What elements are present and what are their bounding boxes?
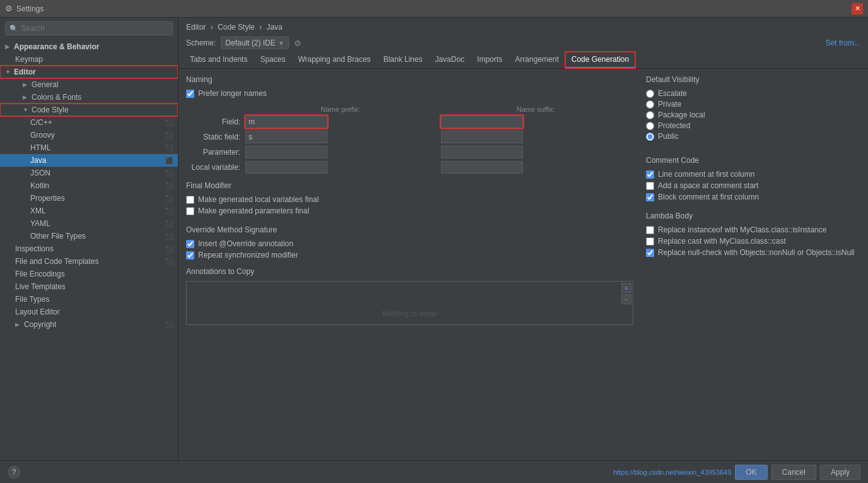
static-field-suffix-input[interactable] <box>441 131 523 143</box>
local-variable-suffix-input[interactable] <box>441 161 523 174</box>
insert-override-checkbox[interactable] <box>186 240 194 248</box>
static-field-prefix-input[interactable] <box>245 131 327 143</box>
naming-row-parameter: Parameter: <box>186 145 633 160</box>
arrow-icon: ▶ <box>15 321 21 328</box>
space-comment-start-checkbox[interactable] <box>646 182 654 190</box>
replace-null-check-row: Replace null-check with Objects::nonNull… <box>646 248 860 257</box>
search-box[interactable]: 🔍 <box>5 21 173 35</box>
copy-icon: ⬛ <box>165 170 173 177</box>
block-comment-first-checkbox[interactable] <box>646 193 654 201</box>
field-prefix-input[interactable] <box>245 116 327 128</box>
sidebar-item-html[interactable]: HTML ⬛ <box>0 141 178 154</box>
ok-button[interactable]: OK <box>735 465 767 480</box>
override-header: Override Method Signature <box>186 225 633 234</box>
sidebar-item-label: Inspections <box>15 244 54 253</box>
parameter-suffix-input[interactable] <box>441 146 523 158</box>
sidebar-item-json[interactable]: JSON ⬛ <box>0 167 178 179</box>
main-container: 🔍 ▶ Appearance & Behavior Keymap ▼ Edito… <box>0 18 868 460</box>
repeat-synchronized-checkbox[interactable] <box>186 251 194 259</box>
copy-icon: ⬛ <box>165 208 173 215</box>
sidebar-item-copyright[interactable]: ▶ Copyright ⬛ <box>0 318 178 331</box>
sidebar-item-yaml[interactable]: YAML ⬛ <box>0 217 178 230</box>
final-local-vars-checkbox[interactable] <box>186 196 194 204</box>
comment-code-section: Comment Code Line comment at first colum… <box>646 156 860 201</box>
sidebar-item-properties[interactable]: Properties ⬛ <box>0 192 178 205</box>
bottom-bar: ? https://blog.csdn.net/weixin_43953649 … <box>0 460 868 483</box>
sidebar-item-editor[interactable]: ▼ Editor <box>0 66 178 78</box>
gear-icon[interactable]: ⚙ <box>294 39 302 48</box>
help-button[interactable]: ? <box>8 466 20 479</box>
set-from-link[interactable]: Set from... <box>826 39 860 47</box>
replace-instanceof-checkbox[interactable] <box>646 226 654 234</box>
public-radio[interactable] <box>646 133 654 141</box>
escalate-radio[interactable] <box>646 90 654 98</box>
tab-wrapping-braces[interactable]: Wrapping and Braces <box>291 52 377 68</box>
sidebar-item-appearance-behavior[interactable]: ▶ Appearance & Behavior <box>0 40 178 53</box>
sidebar-item-general[interactable]: ▶ General <box>0 78 178 91</box>
sidebar-item-layout-editor[interactable]: Layout Editor <box>0 306 178 318</box>
scheme-select[interactable]: Default (2) IDE ▼ <box>221 37 288 49</box>
naming-header: Naming <box>186 75 633 84</box>
private-row: Private <box>646 100 860 109</box>
scheme-label: Scheme: <box>186 39 216 47</box>
package-local-radio[interactable] <box>646 111 654 119</box>
close-button[interactable]: ✕ <box>852 3 863 15</box>
name-prefix-header: Name prefix: <box>243 104 438 114</box>
sidebar-item-xml[interactable]: XML ⬛ <box>0 205 178 217</box>
sidebar-item-file-encodings[interactable]: File Encodings <box>0 268 178 280</box>
replace-null-check-checkbox[interactable] <box>646 249 654 257</box>
sidebar-item-other-file-types[interactable]: Other File Types ⬛ <box>0 230 178 242</box>
sidebar-item-code-style[interactable]: ▼ Code Style <box>0 104 178 116</box>
tab-tabs-indents[interactable]: Tabs and Indents <box>184 52 254 68</box>
sidebar-item-file-code-templates[interactable]: File and Code Templates ⬛ <box>0 255 178 268</box>
sidebar-item-live-templates[interactable]: Live Templates <box>0 280 178 293</box>
tab-code-generation[interactable]: Code Generation <box>565 52 635 68</box>
replace-cast-checkbox[interactable] <box>646 237 654 246</box>
sidebar-item-kotlin[interactable]: Kotlin ⬛ <box>0 179 178 192</box>
naming-row-field: Field: <box>186 114 633 129</box>
add-annotation-button[interactable]: + <box>621 283 631 293</box>
local-variable-label: Local variable: <box>186 160 243 175</box>
naming-section: Naming Prefer longer names Name prefix: … <box>186 75 633 175</box>
tab-spaces[interactable]: Spaces <box>254 52 291 68</box>
final-params-checkbox[interactable] <box>186 207 194 215</box>
naming-table: Name prefix: Name suffix: Field: <box>186 104 633 175</box>
breadcrumb-part-1: Editor <box>186 23 206 32</box>
tab-imports[interactable]: Imports <box>471 52 508 68</box>
breadcrumb-part-2: Code Style <box>218 23 255 32</box>
tab-arrangement[interactable]: Arrangement <box>508 52 565 68</box>
sidebar-item-java[interactable]: Java ⬛ <box>0 154 178 167</box>
line-comment-first-checkbox[interactable] <box>646 170 654 179</box>
parameter-prefix-input[interactable] <box>245 146 327 158</box>
sidebar-item-groovy[interactable]: Groovy ⬛ <box>0 129 178 141</box>
sidebar-item-inspections[interactable]: Inspections ⬛ <box>0 242 178 255</box>
copy-icon: ⬛ <box>165 233 173 240</box>
field-suffix-input[interactable] <box>441 116 523 128</box>
tab-blank-lines[interactable]: Blank Lines <box>377 52 429 68</box>
sidebar-item-file-types[interactable]: File Types <box>0 293 178 306</box>
content-area: Editor › Code Style › Java Scheme: Defau… <box>179 18 868 460</box>
sidebar-item-cpp[interactable]: C/C++ ⬛ <box>0 116 178 129</box>
arrow-icon: ▼ <box>5 69 11 75</box>
copy-icon: ⬛ <box>165 145 173 152</box>
sidebar-item-label: Code Style <box>32 105 69 114</box>
sidebar-item-label: Live Templates <box>15 282 66 291</box>
cancel-button[interactable]: Cancel <box>771 465 816 480</box>
tab-javadoc[interactable]: JavaDoc <box>429 52 471 68</box>
local-variable-prefix-input[interactable] <box>245 161 327 174</box>
apply-button[interactable]: Apply <box>820 465 860 480</box>
insert-override-row: Insert @Override annotation <box>186 239 633 248</box>
package-local-label: Package local <box>658 110 705 119</box>
line-comment-first-row: Line comment at first column <box>646 170 860 179</box>
final-modifier-header: Final Modifier <box>186 181 633 190</box>
sidebar-item-keymap[interactable]: Keymap <box>0 53 178 66</box>
naming-row-static-field: Static field: <box>186 129 633 145</box>
sidebar-item-colors-fonts[interactable]: ▶ Colors & Fonts <box>0 91 178 104</box>
protected-radio[interactable] <box>646 122 654 130</box>
remove-annotation-button[interactable]: − <box>621 294 631 304</box>
block-comment-first-row: Block comment at first column <box>646 193 860 201</box>
prefer-longer-checkbox[interactable] <box>186 90 194 98</box>
search-input[interactable] <box>21 24 168 33</box>
final-modifier-section: Final Modifier Make generated local vari… <box>186 181 633 215</box>
private-radio[interactable] <box>646 100 654 109</box>
